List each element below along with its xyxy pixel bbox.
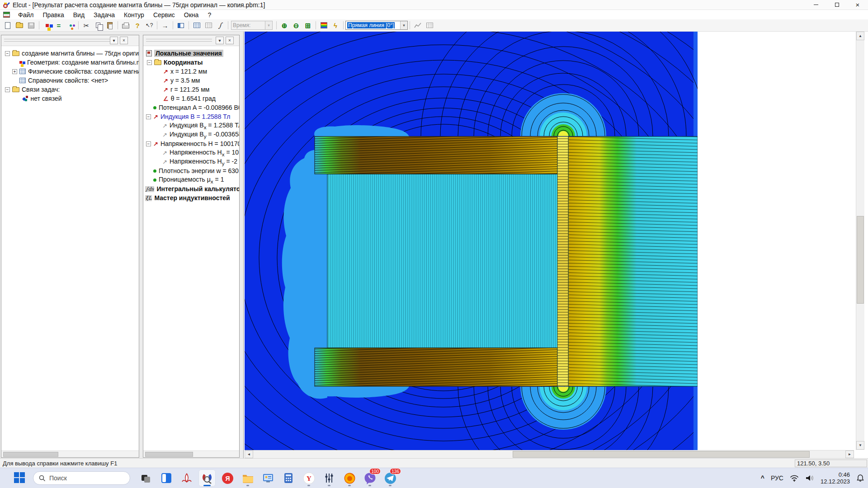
wifi-icon[interactable] bbox=[790, 474, 799, 482]
panel-menu-button[interactable]: ▾ bbox=[110, 37, 118, 44]
save-button[interactable] bbox=[25, 20, 37, 31]
scrollbar-thumb[interactable] bbox=[513, 451, 810, 458]
tree-item-physical-properties[interactable]: + Физические свойства: создание магнита bbox=[1, 67, 139, 76]
value-theta[interactable]: ∠ θ = 1.6541 град bbox=[143, 94, 239, 103]
telegram-app-icon[interactable]: 136 bbox=[382, 469, 399, 487]
panel-close-button[interactable]: × bbox=[120, 37, 128, 44]
zoom-in-button[interactable]: ⊕ bbox=[278, 20, 290, 31]
integral-button[interactable]: ∫ bbox=[214, 20, 226, 31]
scroll-right-button[interactable]: ► bbox=[845, 450, 854, 458]
file-explorer-icon[interactable] bbox=[239, 469, 256, 487]
tree-item-geometry[interactable]: Геометрия: создание магнита блины.mo bbox=[1, 58, 139, 67]
table-view-button[interactable] bbox=[424, 20, 435, 31]
viber-app-icon[interactable]: 100 bbox=[361, 469, 378, 487]
language-indicator[interactable]: РУС bbox=[771, 474, 783, 482]
value-r[interactable]: ↗ r = 121.25 мм bbox=[143, 85, 239, 94]
document-icon[interactable] bbox=[3, 12, 10, 18]
calculator-window-button[interactable] bbox=[203, 20, 214, 31]
plot-button[interactable] bbox=[412, 20, 424, 31]
screenshot-app-icon[interactable] bbox=[259, 469, 277, 487]
panel-grip[interactable] bbox=[146, 39, 212, 42]
local-values-header[interactable]: Локальные значения bbox=[143, 49, 239, 58]
help-button[interactable]: ? bbox=[132, 20, 143, 31]
menu-windows[interactable]: Окна bbox=[179, 11, 203, 19]
time-combobox[interactable]: Время: ▾ bbox=[231, 21, 273, 30]
window-layout-button[interactable] bbox=[175, 20, 187, 31]
panel-menu-button[interactable]: ▾ bbox=[216, 37, 224, 44]
scroll-up-button[interactable]: ▲ bbox=[856, 32, 864, 40]
search-box[interactable]: Поиск bbox=[33, 471, 130, 485]
firefox-app-icon[interactable] bbox=[341, 469, 358, 487]
tree-item-property-reference[interactable]: Справочник свойств: <нет> bbox=[1, 76, 139, 85]
tree-item-no-links[interactable]: ◆ нет связей bbox=[1, 94, 139, 103]
field-picture-button[interactable] bbox=[191, 20, 203, 31]
close-button[interactable]: × bbox=[847, 0, 868, 10]
menu-edit[interactable]: Правка bbox=[38, 11, 68, 19]
color-legend-button[interactable] bbox=[318, 20, 330, 31]
horizontal-scrollbar[interactable]: ◄ ► bbox=[245, 450, 854, 458]
new-file-button[interactable] bbox=[2, 20, 14, 31]
open-file-button[interactable] bbox=[14, 20, 25, 31]
solve-button[interactable] bbox=[65, 20, 76, 31]
scrollbar-thumb[interactable] bbox=[3, 452, 58, 457]
equalizer-app-icon[interactable] bbox=[321, 469, 338, 487]
minimize-button[interactable] bbox=[806, 0, 826, 10]
field-lines-button[interactable]: ϟ bbox=[330, 20, 341, 31]
scrollbar-thumb[interactable] bbox=[857, 216, 864, 304]
flower-app-icon[interactable] bbox=[178, 469, 195, 487]
clock[interactable]: 0:46 12.12.2023 bbox=[821, 471, 850, 485]
horizontal-scrollbar[interactable] bbox=[1, 450, 139, 457]
paste-button[interactable] bbox=[104, 20, 116, 31]
tree-item-problem-root[interactable]: − создание магнита блины — 75гдн оригина… bbox=[1, 49, 139, 58]
value-y[interactable]: ↗ y = 3.5 мм bbox=[143, 76, 239, 85]
yandex-app-icon[interactable]: Y bbox=[300, 469, 317, 487]
task-view-app-icon[interactable] bbox=[137, 469, 155, 487]
value-strength-y[interactable]: ↗ Напряженность Hy = -2 bbox=[143, 157, 239, 166]
value-permeability[interactable]: Проницаемость μx = 1 bbox=[143, 175, 239, 184]
value-induction-x[interactable]: ↗ Индукция Bx = 1.2588 Тл bbox=[143, 121, 239, 130]
speaker-icon[interactable] bbox=[805, 474, 814, 482]
value-energy-density[interactable]: Плотность энергии w = 630 bbox=[143, 166, 239, 175]
elcut-taskbar-icon[interactable] bbox=[198, 469, 216, 487]
menu-help[interactable]: ? bbox=[203, 11, 216, 19]
zoom-extents-button[interactable]: ⊞ bbox=[302, 20, 314, 31]
tree-item-problem-links[interactable]: − Связи задач: bbox=[1, 85, 139, 94]
value-strength-x[interactable]: ↗ Напряженность Hx = 10 bbox=[143, 148, 239, 157]
contour-type-combobox[interactable]: Прямая линия [0°] ▾ bbox=[345, 21, 408, 30]
scroll-down-button[interactable]: ▼ bbox=[856, 441, 864, 450]
movavi-app-icon[interactable] bbox=[158, 469, 175, 487]
value-x[interactable]: ↗ x = 121.2 мм bbox=[143, 67, 239, 76]
collapse-icon[interactable]: − bbox=[146, 141, 151, 146]
menu-file[interactable]: Файл bbox=[14, 11, 38, 19]
print-button[interactable] bbox=[120, 20, 132, 31]
properties-button[interactable]: = bbox=[53, 20, 65, 31]
menu-tools[interactable]: Сервис bbox=[149, 11, 179, 19]
collapse-icon[interactable]: − bbox=[5, 87, 10, 92]
yandex-browser-icon[interactable]: Я bbox=[219, 469, 236, 487]
inductance-wizard-item[interactable]: ξL Мастер индуктивностей bbox=[143, 193, 239, 202]
menu-contour[interactable]: Контур bbox=[119, 11, 149, 19]
scroll-left-button[interactable]: ◄ bbox=[245, 450, 253, 458]
panel-grip[interactable] bbox=[4, 39, 111, 42]
panel-close-button[interactable]: × bbox=[226, 37, 234, 44]
expand-icon[interactable]: + bbox=[12, 69, 17, 74]
notification-bell-icon[interactable] bbox=[856, 474, 864, 482]
value-induction-y[interactable]: ↗ Индукция By = -0.003658 bbox=[143, 130, 239, 139]
horizontal-scrollbar[interactable] bbox=[143, 450, 239, 457]
maximize-button[interactable] bbox=[826, 0, 847, 10]
model-button[interactable] bbox=[41, 20, 53, 31]
calculator-app-icon[interactable] bbox=[280, 469, 297, 487]
value-strength[interactable]: − ↗ Напряженность H = 100170 bbox=[143, 139, 239, 148]
next-step-button[interactable]: → bbox=[159, 20, 171, 31]
copy-button[interactable] bbox=[92, 20, 104, 31]
value-induction[interactable]: − ↗ Индукция B = 1.2588 Тл bbox=[143, 112, 239, 121]
vertical-scrollbar[interactable]: ▲ ▼ bbox=[856, 32, 864, 450]
scrollbar-thumb[interactable] bbox=[145, 452, 193, 457]
menu-view[interactable]: Вид bbox=[69, 11, 89, 19]
field-plot[interactable] bbox=[245, 32, 698, 450]
context-help-button[interactable]: ↖? bbox=[143, 20, 155, 31]
tree-item-coordinates[interactable]: − Координаты bbox=[143, 58, 239, 67]
collapse-icon[interactable]: − bbox=[147, 60, 152, 65]
cut-button[interactable]: ✂ bbox=[80, 20, 92, 31]
collapse-icon[interactable]: − bbox=[5, 51, 10, 56]
